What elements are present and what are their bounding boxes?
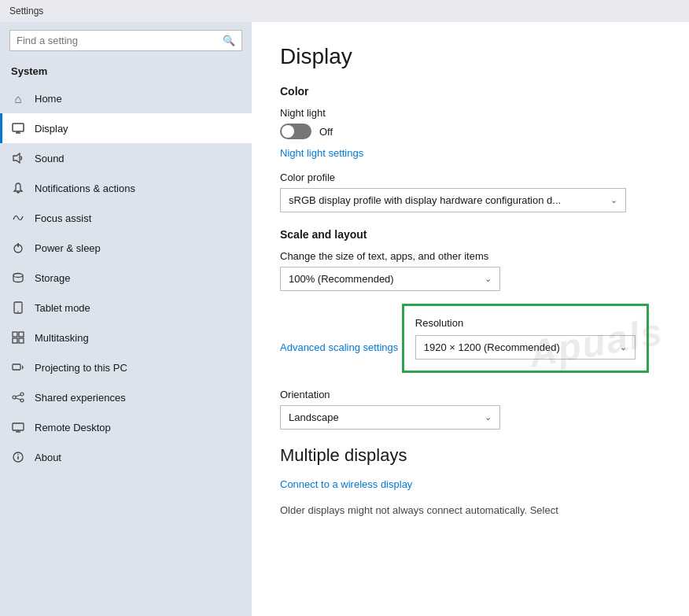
sidebar-item-remote-label: Remote Desktop [35,422,111,433]
resolution-label: Resolution [415,317,636,329]
orientation-chevron: ⌄ [485,412,492,422]
advanced-scaling-link[interactable]: Advanced scaling settings [280,341,398,353]
svg-rect-20 [13,423,24,430]
focus-icon [11,211,25,225]
night-light-toggle-row: Off [280,124,661,139]
size-chevron: ⌄ [485,274,492,284]
multiple-displays-title: Multiple displays [280,445,661,466]
orientation-dropdown[interactable]: Landscape ⌄ [280,405,500,430]
sidebar-item-shared[interactable]: Shared experiences [0,382,252,412]
svg-marker-14 [22,365,24,370]
orientation-value: Landscape [289,411,339,423]
sidebar-item-display-label: Display [35,123,68,135]
scale-section-title: Scale and layout [280,228,661,241]
night-light-toggle[interactable] [280,124,311,139]
storage-icon [11,271,25,285]
shared-icon [11,390,25,404]
projecting-icon [11,360,25,374]
sidebar-item-home[interactable]: ⌂ Home [0,83,252,113]
sidebar-item-notifications[interactable]: Notifications & actions [0,173,252,203]
search-box[interactable]: 🔍 [9,30,242,51]
svg-rect-13 [13,364,20,370]
color-profile-chevron: ⌄ [610,195,617,205]
size-value: 100% (Recommended) [289,273,394,285]
svg-point-16 [20,393,24,396]
orientation-section: Orientation Landscape ⌄ [280,389,661,430]
display-icon [11,121,25,135]
svg-point-17 [20,399,24,402]
tablet-icon [11,301,25,315]
title-bar: Settings [0,0,689,22]
scale-section: Scale and layout Change the size of text… [280,228,661,385]
night-light-label: Night light [280,107,661,119]
svg-rect-0 [13,124,24,131]
resolution-dropdown[interactable]: 1920 × 1200 (Recommended) ⌄ [415,335,636,360]
sidebar-item-sound[interactable]: Sound [0,143,252,173]
size-dropdown[interactable]: 100% (Recommended) ⌄ [280,267,500,291]
svg-rect-11 [13,338,17,343]
svg-line-19 [16,398,20,400]
sidebar-item-multitasking[interactable]: Multitasking [0,323,252,352]
svg-point-25 [17,454,19,456]
content-area: Apuals Display Color Night light Off Nig… [252,22,689,616]
sidebar-item-focus-label: Focus assist [35,212,91,224]
multitasking-icon [11,330,25,345]
sidebar-item-shared-label: Shared experiences [35,392,126,404]
search-input[interactable] [17,35,218,46]
page-title: Display [280,44,661,69]
resolution-chevron: ⌄ [620,342,627,352]
sidebar-item-display[interactable]: Display [0,113,252,143]
color-profile-dropdown[interactable]: sRGB display profile with display hardwa… [280,188,626,212]
system-section-title: System [0,62,252,83]
sidebar-item-home-label: Home [35,93,62,105]
sidebar-item-power[interactable]: Power & sleep [0,233,252,263]
sidebar-item-remote[interactable]: Remote Desktop [0,412,252,442]
notifications-icon [11,181,25,195]
sidebar-item-power-label: Power & sleep [35,242,101,254]
resolution-value: 1920 × 1200 (Recommended) [424,341,560,353]
sidebar-item-notifications-label: Notifications & actions [35,183,135,194]
sidebar-item-projecting-label: Projecting to this PC [35,362,127,374]
svg-rect-10 [19,332,24,337]
sidebar-item-projecting[interactable]: Projecting to this PC [0,352,252,382]
color-profile-value: sRGB display profile with display hardwa… [289,194,561,206]
night-light-status: Off [319,126,333,138]
connect-wireless-link[interactable]: Connect to a wireless display [280,478,412,490]
svg-point-6 [13,274,23,278]
size-label: Change the size of text, apps, and other… [280,250,661,262]
about-icon [11,450,25,464]
sidebar-item-focus[interactable]: Focus assist [0,203,252,233]
resolution-box: Resolution 1920 × 1200 (Recommended) ⌄ [402,304,649,373]
night-light-settings-link[interactable]: Night light settings [280,147,363,159]
sidebar-item-about[interactable]: About [0,442,252,472]
color-profile-label: Color profile [280,172,661,183]
sound-icon [11,151,25,165]
search-icon: 🔍 [223,35,235,46]
sidebar: 🔍 System ⌂ Home Display [0,22,252,616]
svg-point-8 [17,311,19,312]
sidebar-item-about-label: About [35,452,61,463]
sidebar-item-sound-label: Sound [35,153,64,164]
svg-marker-3 [13,153,20,163]
sidebar-item-tablet[interactable]: Tablet mode [0,293,252,323]
remote-icon [11,420,25,434]
orientation-label: Orientation [280,389,661,400]
multiple-displays-body: Older displays might not always connect … [280,503,626,518]
svg-line-18 [16,395,20,397]
svg-rect-9 [13,332,17,337]
svg-point-15 [13,396,16,399]
title-bar-label: Settings [9,6,43,17]
home-icon: ⌂ [11,91,25,105]
color-section-title: Color [280,85,661,98]
sidebar-item-tablet-label: Tablet mode [35,302,90,314]
power-icon [11,241,25,255]
sidebar-item-storage-label: Storage [35,272,71,284]
multiple-displays-section: Multiple displays Connect to a wireless … [280,445,661,518]
svg-rect-12 [19,338,24,343]
color-section: Color Night light Off Night light settin… [280,85,661,212]
sidebar-item-storage[interactable]: Storage [0,263,252,293]
sidebar-item-multitasking-label: Multitasking [35,332,89,344]
